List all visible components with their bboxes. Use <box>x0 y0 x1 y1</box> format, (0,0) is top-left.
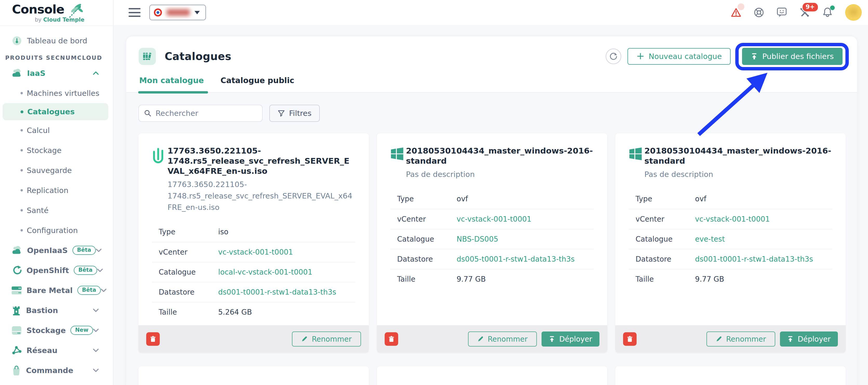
sidebar-item-sante[interactable]: Santé <box>0 200 113 220</box>
search-box[interactable] <box>138 105 262 122</box>
search-input[interactable] <box>156 109 257 118</box>
card-details: Type ovf vCenter vc-vstack-001-t0001 Cat… <box>391 189 594 289</box>
sidebar-item-sauvegarde[interactable]: Sauvegarde <box>0 160 113 180</box>
deploy-button[interactable]: Déployer <box>541 331 599 347</box>
sidebar-item-stockage[interactable]: Stockage <box>0 140 113 160</box>
catalog-card-partial[interactable] <box>377 366 607 385</box>
card-footer: Renommer Déployer <box>377 325 607 353</box>
detail-row-catalog: Catalogue NBS-DS005 <box>391 229 594 249</box>
datastore-link[interactable]: ds005-t0001-r-stw1-data13-th3s <box>457 255 575 263</box>
catalog-grid: 17763.3650.221105-1748.rs5_release_svc_r… <box>138 133 846 385</box>
sidebar-item-openiaas[interactable]: OpenIaaS Bêta <box>0 240 113 260</box>
logo-block[interactable]: Console by Cloud Temple <box>0 0 113 26</box>
sidebar-item-reseau[interactable]: Réseau <box>0 340 113 360</box>
vcenter-link[interactable]: vc-vstack-001-t0001 <box>457 215 531 224</box>
sync-arrows-icon <box>11 265 22 276</box>
detail-row-vcenter: vCenter vc-vstack-001-t0001 <box>629 209 832 229</box>
support-button[interactable] <box>754 7 764 18</box>
refresh-icon <box>610 53 617 60</box>
windows-icon <box>391 147 406 180</box>
hamburger-menu-button[interactable] <box>129 8 141 17</box>
catalog-card-partial[interactable] <box>138 366 369 385</box>
catalog-link[interactable]: eve-test <box>695 235 725 243</box>
catalog-card-iso[interactable]: 17763.3650.221105-1748.rs5_release_svc_r… <box>138 133 369 353</box>
new-catalog-button[interactable]: + Nouveau catalogue <box>627 48 731 65</box>
chevron-down-icon <box>97 269 103 272</box>
sidebar-item-replication[interactable]: Replication <box>0 180 113 200</box>
delete-button[interactable] <box>623 332 637 346</box>
sidebar-item-calcul[interactable]: Calcul <box>0 120 113 140</box>
lifebuoy-icon <box>754 7 764 18</box>
console-app: { "logo": { "name": "Console", "by": "by… <box>0 0 868 385</box>
rename-button[interactable]: Renommer <box>292 331 361 347</box>
cloud-icon <box>11 68 23 78</box>
card-description: 17763.3650.221105-1748.rs5_release_svc_r… <box>167 179 355 213</box>
alerts-button[interactable] <box>731 7 741 18</box>
caret-down-icon <box>194 11 200 14</box>
sidebar-item-bastion[interactable]: Bastion <box>0 300 113 320</box>
detail-row-size: Taille 5.264 GB <box>152 302 355 322</box>
catalog-books-icon <box>139 48 156 65</box>
catalog-link[interactable]: local-vc-vstack-001-t0001 <box>218 268 312 276</box>
vcenter-link[interactable]: vc-vstack-001-t0001 <box>218 248 293 257</box>
user-avatar[interactable] <box>845 4 862 21</box>
beta-badge: Bêta <box>72 246 96 255</box>
tab-mon-catalogue[interactable]: Mon catalogue <box>139 76 204 92</box>
catalog-card-windows-1[interactable]: 20180530104434_master_windows-2016-stand… <box>377 133 607 353</box>
sidebar-item-openshift[interactable]: OpenShift Bêta <box>0 260 113 280</box>
shopping-bag-icon <box>11 365 22 376</box>
datastore-link[interactable]: ds001-t0001-r-stw1-data13-th3s <box>218 288 336 296</box>
server-stack-icon <box>11 285 22 296</box>
delete-button[interactable] <box>146 332 160 346</box>
catalog-card-partial[interactable] <box>615 366 846 385</box>
rename-button[interactable]: Renommer <box>468 331 537 347</box>
detail-row-catalog: Catalogue local-vc-vstack-001-t0001 <box>152 262 355 282</box>
delete-button[interactable] <box>385 332 398 346</box>
chevron-up-icon <box>93 71 99 75</box>
cloud-icon <box>11 245 23 255</box>
notifications-button[interactable] <box>822 7 833 18</box>
card-description: Pas de description <box>644 169 832 180</box>
chevron-down-icon <box>93 308 99 312</box>
chevron-down-icon <box>96 248 101 252</box>
sidebar-item-machines-virtuelles[interactable]: Machines virtuelles <box>0 83 113 103</box>
card-footer: Renommer <box>138 325 369 353</box>
vcenter-link[interactable]: vc-vstack-001-t0001 <box>695 215 770 224</box>
bullet-icon <box>21 149 23 151</box>
sidebar-item-iaas[interactable]: IaaS <box>0 63 113 83</box>
sidebar-item-bare-metal[interactable]: Bare Metal Bêta <box>0 280 113 300</box>
detail-row-type: Type ovf <box>629 189 832 209</box>
trash-icon <box>626 336 633 343</box>
catalog-card-windows-2[interactable]: 20180530104434_master_windows-2016-stand… <box>615 133 846 353</box>
sidebar-item-catalogues[interactable]: Catalogues <box>3 103 108 120</box>
tab-catalogue-public[interactable]: Catalogue public <box>220 76 294 92</box>
pencil-icon <box>301 336 308 342</box>
sidebar-item-stockage-new[interactable]: Stockage New <box>0 320 113 340</box>
filters-button[interactable]: Filtres <box>269 105 320 122</box>
rename-button[interactable]: Renommer <box>707 331 776 347</box>
network-nodes-icon <box>11 345 22 356</box>
storage-box-icon <box>11 325 22 336</box>
deploy-button[interactable]: Déployer <box>780 331 838 347</box>
upload-icon <box>787 336 794 343</box>
tenant-selector[interactable] <box>149 5 206 20</box>
sidebar-item-commande[interactable]: Commande <box>0 360 113 380</box>
detail-row-vcenter: vCenter vc-vstack-001-t0001 <box>152 242 355 262</box>
detail-row-datastore: Datastore ds001-t0001-r-stw1-data13-th3s <box>152 282 355 302</box>
sidebar-item-configuration[interactable]: Configuration <box>0 220 113 240</box>
catalog-link[interactable]: NBS-DS005 <box>457 235 498 243</box>
notification-dot-badge <box>830 5 835 10</box>
panel-content: Filtres <box>126 93 857 385</box>
detail-row-size: Taille 9.77 GB <box>629 269 832 289</box>
bullet-icon <box>21 209 23 211</box>
detail-row-type: Type iso <box>152 222 355 242</box>
refresh-button[interactable] <box>606 49 621 64</box>
datastore-link[interactable]: ds001-t0001-r-stw1-data13-th3s <box>695 255 813 263</box>
tenant-name-redacted <box>166 9 190 16</box>
tools-button[interactable]: 9+ <box>800 7 810 18</box>
feedback-button[interactable] <box>777 7 787 18</box>
sidebar-item-tableau-de-bord[interactable]: Tableau de bord <box>0 32 113 49</box>
publish-files-button[interactable]: Publier des fichiers <box>742 48 842 65</box>
alert-dot-badge <box>738 3 744 10</box>
dashboard-gauge-icon <box>12 36 22 46</box>
